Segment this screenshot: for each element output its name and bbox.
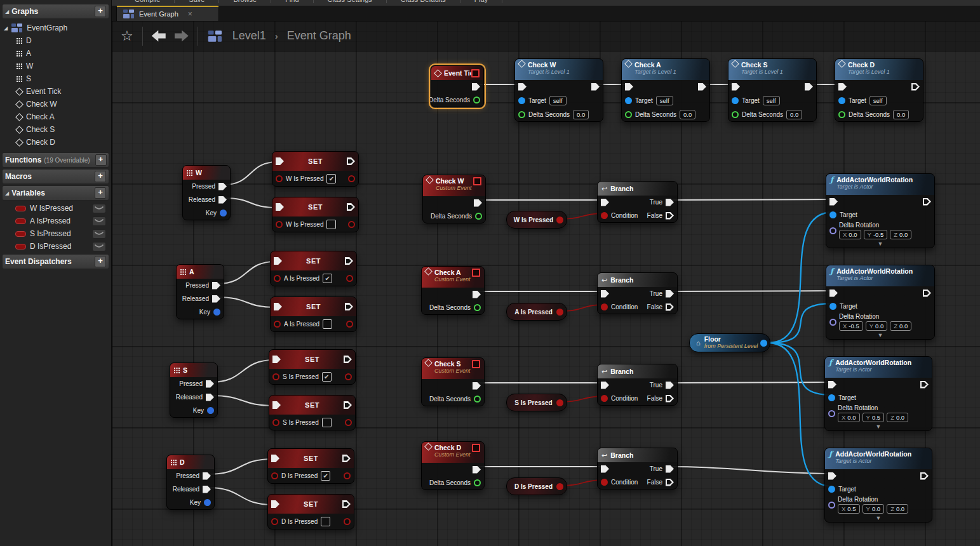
rotation-y-box[interactable]: Y0.5 (863, 413, 885, 422)
exec-out-pin[interactable] (345, 257, 353, 265)
delta-rotation-pin[interactable] (828, 410, 835, 417)
toolbar-item-save[interactable]: Save (175, 0, 219, 3)
variable-row-d-ispressed[interactable]: D IsPressed (0, 240, 111, 253)
bool-out-pin[interactable] (344, 518, 351, 525)
bool-checkbox[interactable] (326, 220, 336, 229)
variable-get-node-var-d[interactable]: D Is Pressed (506, 477, 567, 495)
actor-output-pin[interactable] (760, 340, 767, 347)
tab-close-icon[interactable]: × (188, 10, 192, 18)
node-rot-d[interactable]: ƒAddActorWorldRotationTarget is ActorTar… (824, 448, 932, 523)
target-pin[interactable] (829, 211, 836, 218)
node-set-a-off[interactable]: SETA Is Pressed (270, 296, 357, 332)
variable-get-node-var-a[interactable]: A Is Pressed (506, 303, 567, 321)
exec-in-pin[interactable] (272, 356, 281, 363)
variable-row-a-ispressed[interactable]: A IsPressed (0, 215, 111, 227)
exec-in-pin[interactable] (274, 257, 282, 265)
released-exec-pin[interactable] (203, 486, 211, 493)
delta-seconds-value-box[interactable]: 0.0 (893, 110, 909, 119)
bool-checkbox[interactable] (322, 418, 332, 427)
exec-out-pin[interactable] (805, 83, 813, 91)
false-exec-pin[interactable] (666, 212, 674, 220)
exec-out-pin[interactable] (591, 83, 600, 91)
bool-checkbox[interactable]: ✔ (323, 274, 332, 283)
add-function-button[interactable]: + (95, 154, 107, 166)
exec-in-pin[interactable] (518, 83, 527, 91)
node-event-check-d[interactable]: Check DCustom EventDelta Seconds (421, 441, 485, 490)
variable-get-node-var-w[interactable]: W Is Pressed (506, 211, 567, 229)
delta-seconds-value-box[interactable]: 0.0 (680, 110, 695, 119)
exec-in-pin[interactable] (829, 290, 838, 297)
key-struct-pin[interactable] (204, 499, 211, 506)
bool-in-pin[interactable] (276, 221, 283, 228)
expander-icon[interactable]: ◢ (5, 9, 9, 15)
bool-in-pin[interactable] (276, 175, 283, 182)
expander-icon[interactable]: ◢ (5, 190, 9, 196)
exec-in-pin[interactable] (829, 198, 838, 206)
toolbar-item-class-defaults[interactable]: Class Defaults (387, 0, 460, 3)
delta-rotation-pin[interactable] (828, 502, 835, 509)
visibility-eye-icon[interactable] (92, 242, 106, 251)
node-set-d-off[interactable]: SETD Is Pressed (267, 494, 354, 529)
nav-back-icon[interactable] (152, 30, 166, 42)
node-rot-s[interactable]: ƒAddActorWorldRotationTarget is ActorTar… (824, 356, 932, 431)
delta-seconds-pin[interactable] (473, 97, 480, 103)
pressed-exec-pin[interactable] (212, 282, 220, 290)
delta-seconds-pin[interactable] (474, 396, 481, 403)
exec-out-pin[interactable] (347, 203, 355, 211)
tab-event-graph[interactable]: Event Graph × (116, 6, 219, 21)
add-macro-button[interactable]: + (95, 171, 106, 182)
target-pin[interactable] (838, 97, 845, 104)
exec-out-pin[interactable] (344, 356, 352, 363)
visibility-eye-icon[interactable] (92, 229, 106, 239)
exec-out-pin[interactable] (344, 401, 352, 409)
toolbar-item-play[interactable]: Play (460, 0, 502, 3)
exec-in-pin[interactable] (828, 381, 836, 389)
node-call-check-w[interactable]: Check WTarget is Level 1TargetselfDelta … (514, 58, 603, 122)
exec-out-pin[interactable] (347, 157, 355, 165)
node-set-w-off[interactable]: SETW Is Pressed (272, 197, 359, 232)
key-struct-pin[interactable] (220, 210, 227, 216)
add-graph-button[interactable]: + (95, 6, 106, 17)
delta-seconds-pin[interactable] (838, 111, 845, 118)
condition-pin[interactable] (601, 395, 608, 402)
sidebar-item-inputkey-s[interactable]: S (0, 72, 111, 85)
target-pin[interactable] (829, 303, 836, 310)
pressed-exec-pin[interactable] (218, 183, 227, 190)
exec-out-pin[interactable] (473, 291, 481, 298)
delta-seconds-pin[interactable] (474, 479, 481, 486)
delta-seconds-pin[interactable] (732, 111, 739, 118)
sidebar-item-inputkey-w[interactable]: W (0, 60, 111, 72)
delta-rotation-pin[interactable] (829, 227, 836, 234)
visibility-eye-icon[interactable] (92, 216, 106, 226)
variable-row-s-ispressed[interactable]: S IsPressed (0, 227, 111, 240)
bool-in-pin[interactable] (272, 373, 279, 380)
collapse-arrow-icon[interactable]: ▼ (826, 239, 934, 248)
functions-section-header[interactable]: Functions (19 Overridable) + (2, 152, 109, 168)
rotation-y-box[interactable]: Y0.0 (866, 321, 888, 331)
exec-in-pin[interactable] (271, 455, 279, 462)
node-set-s-on[interactable]: SETS Is Pressed✔ (269, 349, 356, 385)
graph-canvas[interactable]: ☆ Level1 › Event Graph Event TickDelta S… (112, 21, 980, 546)
exec-in-pin[interactable] (601, 290, 609, 298)
exec-out-pin[interactable] (923, 198, 931, 206)
exec-in-pin[interactable] (272, 401, 281, 409)
exec-out-pin[interactable] (923, 290, 931, 297)
exec-in-pin[interactable] (601, 465, 609, 473)
node-branch-d[interactable]: ↩BranchTrueConditionFalse (597, 448, 678, 489)
delta-seconds-value-box[interactable]: 0.0 (573, 110, 589, 119)
breadcrumb-graph[interactable]: Event Graph (287, 29, 351, 43)
target-pin[interactable] (828, 394, 835, 401)
true-exec-pin[interactable] (666, 382, 674, 389)
toolbar-item-class-settings[interactable]: Class Settings (314, 0, 387, 3)
target-pin[interactable] (518, 97, 525, 104)
bool-checkbox[interactable] (323, 319, 332, 329)
rotation-z-box[interactable]: Z0.0 (887, 413, 908, 422)
event-dispatchers-section-header[interactable]: Event Dispatchers + (2, 254, 109, 269)
target-value-box[interactable]: self (656, 96, 673, 105)
node-key-a[interactable]: APressedReleasedKey (176, 264, 224, 319)
bool-checkbox[interactable]: ✔ (326, 174, 336, 183)
collapse-arrow-icon[interactable]: ▼ (826, 331, 934, 339)
delta-seconds-pin[interactable] (474, 304, 481, 311)
bool-output-pin[interactable] (556, 483, 563, 490)
exec-in-pin[interactable] (601, 382, 609, 389)
